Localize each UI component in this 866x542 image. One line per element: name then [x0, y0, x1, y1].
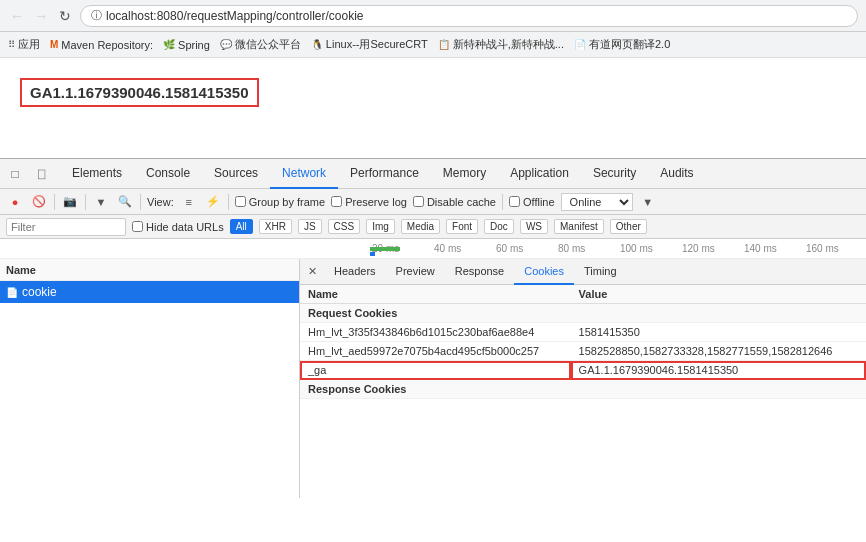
tl-40ms: 40 ms [432, 243, 494, 254]
clear-button[interactable]: 🚫 [30, 193, 48, 211]
wechat-bookmark[interactable]: 💬 微信公众平台 [220, 37, 301, 52]
maven-label: Maven Repository: [61, 39, 153, 51]
request-cookies-label: Request Cookies [300, 304, 866, 323]
cookie-request-label: cookie [22, 285, 57, 299]
timeline-bar: 20 ms 40 ms 60 ms 80 ms 100 ms 120 ms 14… [0, 239, 866, 259]
rp-tab-preview[interactable]: Preview [386, 259, 445, 285]
inspect-element-icon[interactable]: □ [4, 163, 26, 185]
youdao-icon: 📄 [574, 39, 586, 50]
offline-checkbox[interactable] [509, 196, 520, 207]
apps-icon: ⠿ [8, 39, 15, 50]
offline-label[interactable]: Offline [509, 196, 555, 208]
group-by-frame-label[interactable]: Group by frame [235, 196, 325, 208]
devtools-panel: □ ⎕ Elements Console Sources Network Per… [0, 158, 866, 498]
tab-network[interactable]: Network [270, 159, 338, 189]
filter-type-other[interactable]: Other [610, 219, 647, 234]
timeline-green-indicator [370, 247, 400, 251]
toolbar-separator-5 [502, 194, 503, 210]
cookie-name-ga: _ga [300, 361, 571, 380]
disable-cache-label[interactable]: Disable cache [413, 196, 496, 208]
cookie-request-item[interactable]: 📄 cookie [0, 281, 299, 303]
request-cookies-section: Request Cookies [300, 304, 866, 323]
throttle-select[interactable]: Online Fast 3G Slow 3G [561, 193, 633, 211]
record-button[interactable]: ● [6, 193, 24, 211]
preview-view-icon[interactable]: ⚡ [204, 193, 222, 211]
wechat-label: 微信公众平台 [235, 37, 301, 52]
rp-tab-cookies[interactable]: Cookies [514, 259, 574, 285]
filter-type-all[interactable]: All [230, 219, 253, 234]
refresh-button[interactable]: ↻ [56, 7, 74, 25]
rp-tab-response[interactable]: Response [445, 259, 515, 285]
filter-type-img[interactable]: Img [366, 219, 395, 234]
youdao-bookmark[interactable]: 📄 有道网页翻译2.0 [574, 37, 670, 52]
bookmarks-bar: ⠿ 应用 M Maven Repository: 🌿 Spring 💬 微信公众… [0, 32, 866, 58]
name-col-header: Name [300, 285, 571, 304]
forward-button[interactable]: → [32, 7, 50, 25]
preserve-log-checkbox[interactable] [331, 196, 342, 207]
filter-type-xhr[interactable]: XHR [259, 219, 292, 234]
list-view-icon[interactable]: ≡ [180, 193, 198, 211]
tab-audits[interactable]: Audits [648, 159, 705, 189]
hide-data-urls-checkbox[interactable] [132, 221, 143, 232]
filter-type-ws[interactable]: WS [520, 219, 548, 234]
maven-icon: M [50, 39, 58, 50]
camera-button[interactable]: 📷 [61, 193, 79, 211]
toolbar-separator-1 [54, 194, 55, 210]
apps-bookmark[interactable]: ⠿ 应用 [8, 37, 40, 52]
right-panel: ✕ Headers Preview Response Cookies Timin… [300, 259, 866, 498]
timeline-blue-indicator [370, 252, 375, 256]
hide-data-urls-label[interactable]: Hide data URLs [132, 221, 224, 233]
tab-sources[interactable]: Sources [202, 159, 270, 189]
tab-elements[interactable]: Elements [60, 159, 134, 189]
spring-bookmark[interactable]: 🌿 Spring [163, 39, 210, 51]
filter-type-css[interactable]: CSS [328, 219, 361, 234]
spring-label: Spring [178, 39, 210, 51]
table-row[interactable]: Hm_lvt_aed59972e7075b4acd495cf5b000c257 … [300, 342, 866, 361]
group-by-frame-checkbox[interactable] [235, 196, 246, 207]
filter-icon[interactable]: ▼ [92, 193, 110, 211]
tab-memory[interactable]: Memory [431, 159, 498, 189]
apps-label: 应用 [18, 37, 40, 52]
toolbar-separator-4 [228, 194, 229, 210]
cookie-name-hm-lvt-1: Hm_lvt_3f35f343846b6d1015c230baf6ae88e4 [300, 323, 571, 342]
preserve-log-label[interactable]: Preserve log [331, 196, 407, 208]
filter-type-font[interactable]: Font [446, 219, 478, 234]
rp-tab-headers[interactable]: Headers [324, 259, 386, 285]
device-toolbar-icon[interactable]: ⎕ [30, 163, 52, 185]
filter-type-manifest[interactable]: Manifest [554, 219, 604, 234]
table-row-ga[interactable]: _ga GA1.1.1679390046.1581415350 [300, 361, 866, 380]
toolbar-separator-2 [85, 194, 86, 210]
cookie-value-ga: GA1.1.1679390046.1581415350 [571, 361, 866, 380]
search-icon[interactable]: 🔍 [116, 193, 134, 211]
view-label: View: [147, 196, 174, 208]
table-row[interactable]: Hm_lvt_3f35f343846b6d1015c230baf6ae88e4 … [300, 323, 866, 342]
military-bookmark[interactable]: 📋 新特种战斗,新特种战... [438, 37, 564, 52]
wechat-icon: 💬 [220, 39, 232, 50]
filter-type-js[interactable]: JS [298, 219, 322, 234]
filter-type-doc[interactable]: Doc [484, 219, 514, 234]
address-bar[interactable]: ⓘ localhost:8080/requestMapping/controll… [80, 5, 858, 27]
settings-dropdown-icon[interactable]: ▼ [639, 193, 657, 211]
filter-type-media[interactable]: Media [401, 219, 440, 234]
spring-icon: 🌿 [163, 39, 175, 50]
lock-icon: ⓘ [91, 8, 102, 23]
devtools-tabs: □ ⎕ Elements Console Sources Network Per… [0, 159, 866, 189]
disable-cache-checkbox[interactable] [413, 196, 424, 207]
linux-bookmark[interactable]: 🐧 Linux--用SecureCRT [311, 37, 428, 52]
rp-tab-timing[interactable]: Timing [574, 259, 627, 285]
cookies-scroll-area[interactable]: Name Value Request Cookies Hm_lvt_3f35f3… [300, 285, 866, 498]
tab-security[interactable]: Security [581, 159, 648, 189]
back-button[interactable]: ← [8, 7, 26, 25]
cookie-value-hm-lvt-2: 1582528850,1582733328,1582771559,1582812… [571, 342, 866, 361]
tab-console[interactable]: Console [134, 159, 202, 189]
tl-120ms: 120 ms [680, 243, 742, 254]
military-icon: 📋 [438, 39, 450, 50]
filter-input[interactable] [6, 218, 126, 236]
close-detail-button[interactable]: ✕ [304, 264, 320, 280]
devtools-main: Name 📄 cookie ✕ Headers Preview Response… [0, 259, 866, 498]
tab-performance[interactable]: Performance [338, 159, 431, 189]
tab-application[interactable]: Application [498, 159, 581, 189]
left-panel-header: Name [0, 259, 299, 281]
browser-toolbar: ← → ↻ ⓘ localhost:8080/requestMapping/co… [0, 0, 866, 32]
maven-bookmark[interactable]: M Maven Repository: [50, 39, 153, 51]
